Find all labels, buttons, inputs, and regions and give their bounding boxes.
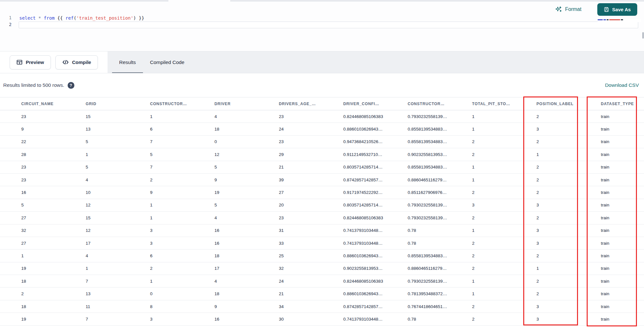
table-row: 23575210.8035714285714…0.8558139534883…1… xyxy=(0,161,644,173)
table-cell: 7 xyxy=(80,313,145,325)
table-row: 2717316330.7413793103448…0.7823train xyxy=(0,237,644,249)
table-row: 181189340.8742857142857…0.7674418604651…… xyxy=(0,300,644,313)
table-cell: 1 xyxy=(80,148,145,161)
table-cell: 1 xyxy=(145,199,209,211)
table-cell: train xyxy=(596,135,644,148)
table-cell: 17 xyxy=(80,237,145,249)
table-cell: 0.824468085106383 xyxy=(338,110,402,123)
table-cell: train xyxy=(596,148,644,161)
code-token xyxy=(55,15,57,21)
table-row: 22570230.9473684210526…0.8558139534883…2… xyxy=(0,135,644,148)
table-cell: 2 xyxy=(467,186,531,199)
table-cell: 4 xyxy=(209,212,274,224)
preview-button[interactable]: Preview xyxy=(10,55,51,69)
table-cell: 3 xyxy=(531,224,596,237)
table-cell: 19 xyxy=(0,313,80,325)
table-cell: 1 xyxy=(80,262,145,275)
table-cell: 28 xyxy=(0,148,80,161)
table-cell: 20 xyxy=(274,199,338,211)
results-tabs: ResultsCompiled Code xyxy=(108,51,644,73)
table-cell: 0.7413793103448… xyxy=(338,313,402,325)
table-cell: 2 xyxy=(467,313,531,325)
table-cell: 16 xyxy=(209,237,274,249)
table-cell: 25 xyxy=(274,250,338,262)
table-cell: 3 xyxy=(531,199,596,211)
table-cell: 0.9023255813953… xyxy=(338,262,402,275)
table-cell: 2 xyxy=(531,186,596,199)
help-icon[interactable]: ? xyxy=(68,82,74,89)
code-line[interactable]: select * from {{ ref('train_test_positio… xyxy=(19,15,144,21)
table-cell: 0.7413793103448… xyxy=(338,224,402,237)
table-cell: 2 xyxy=(467,300,531,313)
editor-cursor-line[interactable] xyxy=(19,22,638,28)
table-cell: train xyxy=(596,287,644,300)
line-number-1: 1 xyxy=(5,15,12,20)
table-cell: 31 xyxy=(274,224,338,237)
table-cell: 0 xyxy=(145,287,209,300)
table-cell: train xyxy=(596,186,644,199)
table-cell: 12 xyxy=(80,199,145,211)
code-icon xyxy=(62,59,69,65)
table-cell: 23 xyxy=(0,110,80,123)
table-cell: 9 xyxy=(145,186,209,199)
table-cell: 0.7930232558139… xyxy=(402,110,467,123)
code-token xyxy=(36,15,38,21)
table-cell: 5 xyxy=(80,161,145,173)
tab-compiled-code[interactable]: Compiled Code xyxy=(143,51,192,73)
table-cell: 33 xyxy=(274,237,338,249)
table-cell: 0.8558139534883… xyxy=(402,123,467,135)
table-cell: 15 xyxy=(80,110,145,123)
table-cell: 0 xyxy=(209,135,274,148)
table-cell: 0.8742857142857… xyxy=(338,300,402,313)
table-cell: 18 xyxy=(209,250,274,262)
table-cell: 6 xyxy=(145,250,209,262)
compile-button[interactable]: Compile xyxy=(55,55,98,69)
row-limit-text: Results limited to 500 rows. xyxy=(3,82,64,88)
table-cell: 0.78 xyxy=(402,237,467,249)
editor-scrollbar[interactable] xyxy=(642,32,644,39)
download-csv-link[interactable]: Download CSV xyxy=(605,82,641,88)
table-cell: 18 xyxy=(209,123,274,135)
preview-label: Preview xyxy=(26,59,44,65)
column-header: POSITION_LABEL xyxy=(531,97,596,110)
table-cell: 34 xyxy=(274,300,338,313)
table-cell: train xyxy=(596,123,644,135)
table-cell: train xyxy=(596,224,644,237)
format-button[interactable]: Format xyxy=(555,4,582,14)
table-cell: 0.824468085106383 xyxy=(338,275,402,287)
table-cell: train xyxy=(596,275,644,287)
table-cell: 2 xyxy=(531,275,596,287)
table-row: 231514230.8244680851063830.7930232558139… xyxy=(0,110,644,123)
table-cell: train xyxy=(596,313,644,325)
table-cell: 0.8742857142857… xyxy=(338,173,402,186)
format-label: Format xyxy=(565,6,582,12)
table-cell: 0.7413793103448… xyxy=(338,237,402,249)
table-cell: 32 xyxy=(0,224,80,237)
table-cell: train xyxy=(596,161,644,173)
code-token: ref xyxy=(65,15,73,21)
code-token: ) xyxy=(133,15,136,21)
sql-editor[interactable]: 1 2 select * from {{ ref('train_test_pos… xyxy=(0,2,644,51)
table-cell: 0.8860103626943… xyxy=(338,250,402,262)
editor-minimap[interactable] xyxy=(598,19,641,22)
table-cell: 0.8860103626943… xyxy=(338,123,402,135)
table-cell: 24 xyxy=(274,123,338,135)
table-cell: 1 xyxy=(0,250,80,262)
column-header: CONSTRUCTOR… xyxy=(145,97,209,110)
table-cell: 0.7674418604651… xyxy=(402,300,467,313)
table-cell: 5 xyxy=(145,148,209,161)
table-cell: 2 xyxy=(145,262,209,275)
table-cell: 0.9023255813953… xyxy=(402,148,467,161)
table-cell: 2 xyxy=(467,135,531,148)
table-cell: 1 xyxy=(145,110,209,123)
table-cell: 16 xyxy=(209,313,274,325)
save-as-button[interactable]: Save As xyxy=(597,3,637,16)
table-cell: 2 xyxy=(467,262,531,275)
table-cell: 21 xyxy=(274,287,338,300)
table-cell: 15 xyxy=(80,212,145,224)
save-icon xyxy=(604,7,609,12)
table-cell: 3 xyxy=(531,237,596,249)
table-cell: 7 xyxy=(145,161,209,173)
table-row: 14618250.8860103626943…0.8558139534883…2… xyxy=(0,250,644,262)
tab-results[interactable]: Results xyxy=(112,51,143,73)
